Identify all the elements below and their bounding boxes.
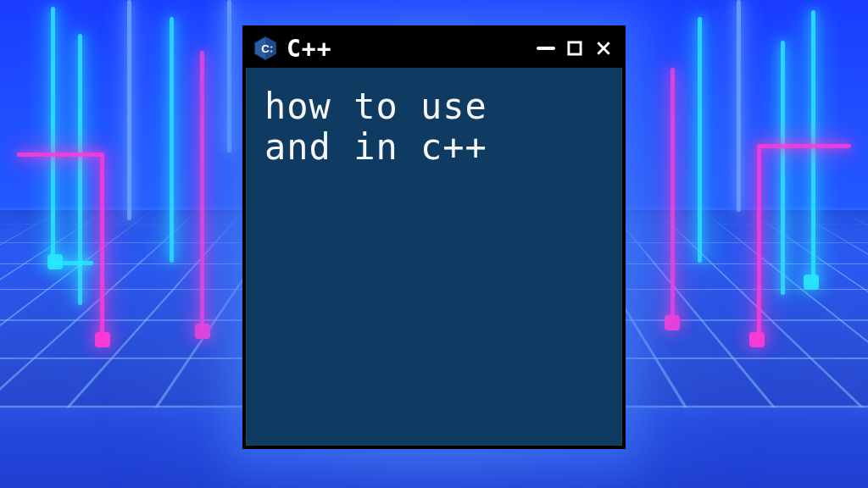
neon-trace xyxy=(200,51,204,330)
neon-trace xyxy=(170,17,174,263)
content-line-2: and in c++ xyxy=(264,126,487,168)
neon-trace xyxy=(760,144,851,148)
neon-trace xyxy=(227,0,231,152)
neon-trace xyxy=(17,152,102,157)
neon-node xyxy=(804,274,819,290)
neon-trace xyxy=(51,7,55,261)
terminal-content: how to use and in c++ xyxy=(246,68,622,184)
neon-node xyxy=(95,332,110,347)
minimize-button[interactable] xyxy=(536,38,556,58)
svg-text:C: C xyxy=(261,42,270,55)
terminal-window: C + + C++ how to use and in xyxy=(242,25,626,449)
maximize-button[interactable] xyxy=(565,38,585,58)
svg-text:+: + xyxy=(270,48,273,53)
neon-node xyxy=(195,324,210,339)
neon-trace xyxy=(698,17,702,263)
window-controls xyxy=(536,38,614,58)
title-bar[interactable]: C + + C++ xyxy=(246,29,622,68)
svg-rect-5 xyxy=(569,42,581,54)
window-title: C++ xyxy=(287,35,332,63)
content-line-1: how to use xyxy=(264,86,487,127)
neon-node xyxy=(749,332,765,347)
close-button[interactable] xyxy=(593,38,614,58)
neon-trace xyxy=(100,152,104,339)
close-icon xyxy=(595,40,612,57)
neon-node xyxy=(47,254,63,269)
neon-trace xyxy=(781,41,785,295)
maximize-icon xyxy=(566,40,583,57)
neon-trace xyxy=(670,68,675,322)
minimize-icon xyxy=(537,47,555,50)
neon-trace xyxy=(127,0,131,220)
neon-trace xyxy=(757,144,761,339)
cpp-logo-icon: C + + xyxy=(253,36,278,61)
neon-node xyxy=(665,315,680,330)
neon-trace xyxy=(737,0,741,212)
svg-text:+: + xyxy=(270,44,273,49)
